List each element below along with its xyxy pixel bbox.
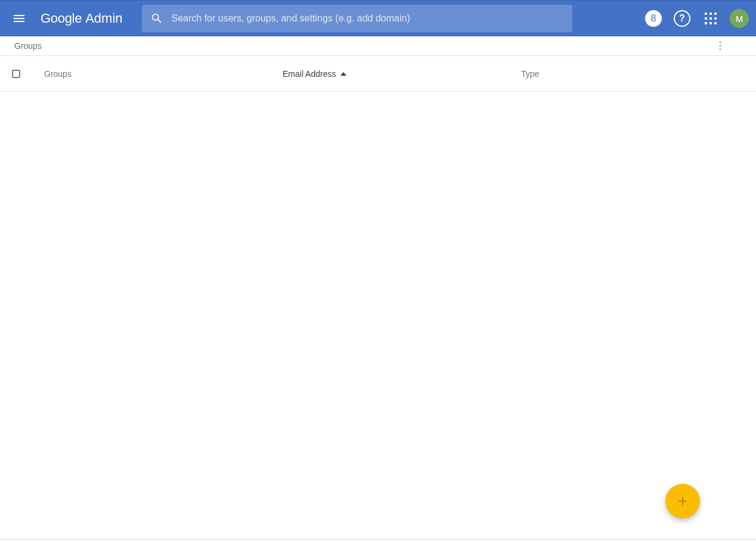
plus-icon bbox=[677, 495, 689, 507]
more-options-button[interactable] bbox=[708, 36, 732, 55]
sort-ascending-icon bbox=[340, 72, 346, 76]
bottom-border bbox=[0, 539, 756, 540]
create-group-fab[interactable] bbox=[665, 484, 700, 518]
search-box[interactable] bbox=[142, 5, 572, 32]
column-header-groups[interactable]: Groups bbox=[44, 69, 283, 79]
notification-badge: 8 bbox=[645, 10, 662, 27]
svg-point-0 bbox=[719, 42, 721, 43]
app-header: Google Admin 8 ? M bbox=[0, 0, 756, 36]
select-all-checkbox[interactable] bbox=[12, 70, 20, 78]
main-menu-button[interactable] bbox=[7, 7, 31, 30]
svg-point-1 bbox=[719, 45, 721, 46]
search-input[interactable] bbox=[172, 13, 564, 24]
hamburger-icon bbox=[12, 11, 26, 26]
column-header-email[interactable]: Email Address bbox=[283, 69, 521, 79]
product-logo[interactable]: Google Admin bbox=[41, 11, 123, 26]
column-header-email-label: Email Address bbox=[283, 69, 336, 79]
more-vert-icon bbox=[714, 40, 726, 52]
column-header-type[interactable]: Type bbox=[521, 69, 640, 79]
apps-grid-icon bbox=[705, 13, 717, 24]
table-body bbox=[0, 92, 756, 541]
table-header-row: Groups Email Address Type bbox=[0, 56, 756, 92]
logo-admin-text: Admin bbox=[85, 11, 122, 26]
logo-google-text: Google bbox=[41, 11, 82, 26]
search-icon bbox=[150, 12, 163, 25]
breadcrumb-bar: Groups bbox=[0, 36, 756, 56]
apps-launcher-button[interactable] bbox=[699, 7, 723, 30]
account-avatar[interactable]: M bbox=[730, 9, 749, 28]
notifications-button[interactable]: 8 bbox=[642, 7, 665, 30]
svg-point-2 bbox=[719, 48, 721, 50]
help-icon: ? bbox=[674, 10, 690, 27]
breadcrumb[interactable]: Groups bbox=[14, 41, 42, 51]
help-button[interactable]: ? bbox=[670, 7, 694, 30]
